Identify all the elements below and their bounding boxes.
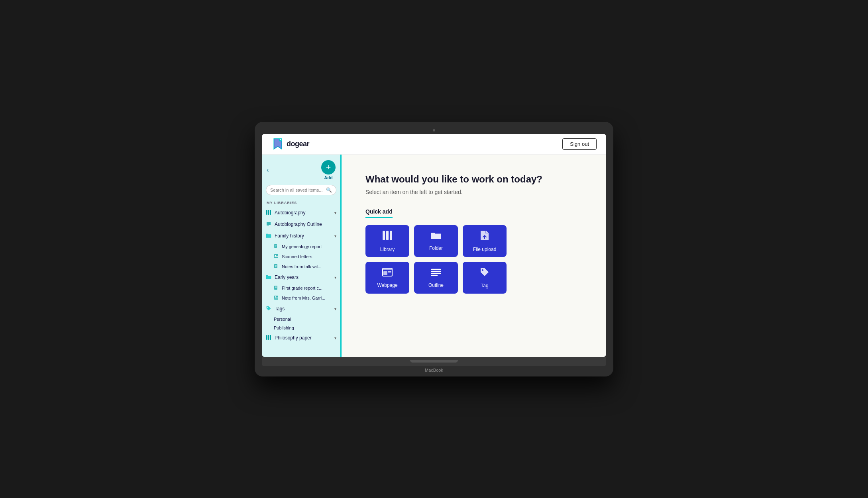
svg-rect-4 <box>268 210 269 215</box>
svg-rect-5 <box>270 210 271 215</box>
quick-add-grid: Library Folder <box>365 225 582 294</box>
svg-point-15 <box>275 255 276 255</box>
quick-add-file-upload-card[interactable]: File upload <box>463 225 507 257</box>
outline-card-icon <box>431 267 441 279</box>
tags-chevron: ▾ <box>334 307 336 311</box>
note-first-grade-icon <box>274 285 279 291</box>
library-icon <box>266 210 272 216</box>
main-title: What would you like to work on today? <box>365 174 582 185</box>
my-libraries-label: MY LIBRARIES <box>262 199 340 207</box>
philosophy-paper-label: Philosophy paper <box>275 335 332 341</box>
file-upload-card-icon <box>480 230 489 243</box>
svg-rect-31 <box>390 231 392 240</box>
sidebar-item-early-years[interactable]: Early years ▾ <box>262 272 340 283</box>
svg-rect-13 <box>275 247 276 247</box>
doc-icon <box>274 244 279 250</box>
early-years-label: Early years <box>275 274 332 280</box>
sidebar-subitem-scanned-letters[interactable]: Scanned letters <box>262 252 340 262</box>
svg-rect-28 <box>270 335 271 340</box>
first-grade-label: First grade report c... <box>282 286 322 290</box>
scanned-letters-label: Scanned letters <box>282 254 312 259</box>
logo: dogear <box>271 137 309 150</box>
sidebar-subitem-my-genealogy-report[interactable]: My genealogy report <box>262 242 340 252</box>
autobiography-outline-label: Autobiography Outline <box>275 222 336 227</box>
note-icon <box>274 264 279 270</box>
family-history-label: Family history <box>275 233 332 239</box>
file-upload-card-label: File upload <box>473 247 497 252</box>
quick-add-webpage-card[interactable]: Webpage <box>365 262 409 294</box>
tag-card-icon <box>479 267 490 280</box>
sidebar-subitem-first-grade[interactable]: First grade report c... <box>262 283 340 293</box>
outline-icon <box>266 221 272 228</box>
sidebar-subitem-notes-from-talk[interactable]: Notes from talk wit... <box>262 262 340 272</box>
notes-from-talk-label: Notes from talk wit... <box>282 264 322 269</box>
sidebar-top: ‹ + Add <box>262 155 340 183</box>
tag-card-label: Tag <box>481 283 488 288</box>
webpage-card-label: Webpage <box>377 282 397 288</box>
image-icon <box>274 254 279 260</box>
sign-out-button[interactable]: Sign out <box>562 138 597 150</box>
publishing-label: Publishing <box>274 325 294 330</box>
folder-card-icon <box>430 231 442 242</box>
main-subtitle: Select an item on the left to get starte… <box>365 189 582 195</box>
logo-icon <box>271 137 284 150</box>
sidebar-item-philosophy-paper[interactable]: Philosophy paper ▾ <box>262 332 340 344</box>
search-input[interactable] <box>270 188 326 192</box>
svg-rect-30 <box>386 231 389 240</box>
sidebar-item-autobiography-outline[interactable]: Autobiography Outline <box>262 219 340 230</box>
svg-point-41 <box>482 269 483 271</box>
library-card-label: Library <box>380 247 395 252</box>
family-history-chevron: ▾ <box>334 234 336 238</box>
folder-card-label: Folder <box>429 245 443 251</box>
add-label: Add <box>324 175 332 180</box>
note-from-mrs-label: Note from Mrs. Garri... <box>282 296 325 300</box>
sidebar-item-tags[interactable]: Tags ▾ <box>262 303 340 315</box>
add-button[interactable]: + Add <box>321 160 336 180</box>
tag-sidebar-icon <box>266 306 272 312</box>
svg-rect-3 <box>266 210 267 215</box>
svg-rect-34 <box>383 271 387 275</box>
tags-label: Tags <box>275 306 332 312</box>
app-body: ‹ + Add 🔍 MY LIBRARIES <box>262 155 606 357</box>
svg-point-24 <box>275 296 276 297</box>
logo-text: dogear <box>287 140 309 148</box>
early-years-chevron: ▾ <box>334 275 336 280</box>
quick-add-library-card[interactable]: Library <box>365 225 409 257</box>
app-header: dogear Sign out <box>262 134 606 155</box>
svg-rect-26 <box>266 335 267 340</box>
add-circle-icon: + <box>321 160 336 174</box>
webpage-card-icon <box>382 267 393 279</box>
sidebar-subitem-publishing[interactable]: Publishing <box>262 324 340 332</box>
search-icon: 🔍 <box>326 187 332 193</box>
svg-rect-29 <box>383 231 385 240</box>
sidebar-item-family-history[interactable]: Family history ▾ <box>262 230 340 242</box>
outline-card-label: Outline <box>428 282 444 288</box>
sidebar-subitem-personal[interactable]: Personal <box>262 315 340 324</box>
search-box[interactable]: 🔍 <box>266 185 336 195</box>
svg-rect-12 <box>275 246 277 246</box>
sidebar: ‹ + Add 🔍 MY LIBRARIES <box>262 155 342 357</box>
sidebar-subitem-note-from-mrs[interactable]: Note from Mrs. Garri... <box>262 293 340 303</box>
quick-add-label: Quick add <box>365 208 393 218</box>
quick-add-tag-card[interactable]: Tag <box>463 262 507 294</box>
autobiography-label: Autobiography <box>275 210 332 216</box>
main-content: What would you like to work on today? Se… <box>342 155 606 357</box>
library-card-icon <box>382 230 393 243</box>
autobiography-chevron: ▾ <box>334 211 336 215</box>
collapse-sidebar-button[interactable]: ‹ <box>267 167 269 174</box>
svg-rect-27 <box>268 335 269 340</box>
folder-early-years-icon <box>266 274 272 281</box>
philosophy-paper-chevron: ▾ <box>334 336 336 340</box>
sidebar-item-autobiography[interactable]: Autobiography ▾ <box>262 207 340 219</box>
quick-add-folder-card[interactable]: Folder <box>414 225 458 257</box>
svg-point-25 <box>267 307 268 308</box>
library-philosophy-icon <box>266 335 272 341</box>
my-genealogy-report-label: My genealogy report <box>282 244 322 249</box>
folder-icon <box>266 233 272 239</box>
svg-rect-33 <box>383 268 392 270</box>
personal-label: Personal <box>274 317 291 322</box>
svg-rect-11 <box>275 245 277 245</box>
image-mrs-icon <box>274 295 279 301</box>
quick-add-outline-card[interactable]: Outline <box>414 262 458 294</box>
